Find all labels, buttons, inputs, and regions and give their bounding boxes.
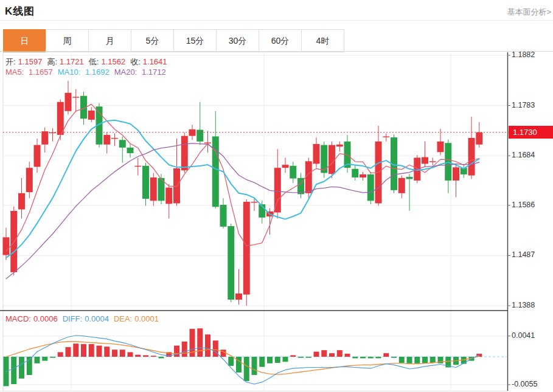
candle-body xyxy=(220,205,227,227)
macd-hist-bar xyxy=(259,357,265,367)
candle-body xyxy=(235,294,242,300)
ma20-line xyxy=(6,143,479,279)
macd-hist-bar xyxy=(89,344,94,357)
macd-hist-bar xyxy=(383,353,389,357)
candle-body xyxy=(41,131,48,145)
chart-canvas[interactable] xyxy=(0,0,553,392)
macd-hist-bar xyxy=(81,344,86,357)
candle-body xyxy=(197,130,203,142)
macd-hist-bar xyxy=(407,357,412,363)
tab-5min[interactable]: 5分 xyxy=(131,29,174,52)
candle-body xyxy=(383,136,389,137)
tab-4hour[interactable]: 4时 xyxy=(301,29,344,52)
macd-hist-bar xyxy=(329,353,335,357)
candle-body xyxy=(251,202,258,202)
macd-hist-bar xyxy=(151,356,156,357)
tab-month[interactable]: 月 xyxy=(88,29,131,52)
macd-hist-bar xyxy=(35,357,40,363)
macd-hist-bar xyxy=(376,357,381,359)
macd-hist-bar xyxy=(135,355,141,357)
candle-body xyxy=(228,226,234,300)
candle-body xyxy=(453,167,459,181)
macd-hist-bar xyxy=(399,357,405,363)
macd-hist-bar xyxy=(244,357,249,381)
candle-body xyxy=(111,138,118,139)
candle-body xyxy=(336,145,343,146)
macd-hist-bar xyxy=(19,357,24,379)
tab-60min[interactable]: 60分 xyxy=(259,29,302,52)
candle-body xyxy=(34,145,41,167)
macd-hist-bar xyxy=(50,357,55,358)
candle-body xyxy=(329,145,335,174)
macd-hist-bar xyxy=(298,357,304,358)
macd-hist-bar xyxy=(422,357,428,363)
macd-hist-bar xyxy=(267,357,273,363)
tab-week[interactable]: 周 xyxy=(46,29,89,52)
candle-body xyxy=(321,145,327,173)
period-tabbar: 日周月5分15分30分60分4时 xyxy=(3,29,344,52)
macd-hist-bar xyxy=(182,342,187,357)
candle-body xyxy=(134,166,141,167)
macd-hist-bar xyxy=(42,357,47,361)
candle-body xyxy=(360,174,366,177)
candle-body xyxy=(282,165,289,168)
macd-hist-bar xyxy=(66,347,71,357)
fundamental-analysis-link[interactable]: 基本面分析> xyxy=(507,7,551,18)
header-divider xyxy=(0,20,553,21)
page-title: K线图 xyxy=(5,4,35,18)
candle-body xyxy=(127,148,134,153)
candle-body xyxy=(430,161,436,162)
candle-body xyxy=(18,193,25,210)
macd-hist-bar xyxy=(73,343,78,357)
ma10-line xyxy=(6,120,479,258)
macd-hist-bar xyxy=(104,346,110,357)
candle-body xyxy=(367,174,374,201)
candle-body xyxy=(165,188,172,204)
candle-body xyxy=(290,166,296,179)
candle-body xyxy=(476,132,482,145)
candle-body xyxy=(212,136,219,207)
macd-hist-bar xyxy=(205,334,210,357)
macd-hist-bar xyxy=(306,357,311,358)
candle-body xyxy=(181,136,188,171)
macd-hist-bar xyxy=(197,328,203,357)
candle-body xyxy=(313,144,320,164)
macd-hist-bar xyxy=(391,357,397,358)
macd-hist-bar xyxy=(352,357,358,359)
macd-hist-bar xyxy=(120,349,125,357)
macd-hist-bar xyxy=(314,352,319,357)
macd-hist-bar xyxy=(321,350,327,357)
candle-body xyxy=(142,166,149,199)
candle-body xyxy=(437,142,444,153)
tab-day[interactable]: 日 xyxy=(3,29,46,52)
candle-body xyxy=(72,97,79,97)
macd-hist-bar xyxy=(430,357,436,363)
macd-hist-bar xyxy=(221,349,226,357)
candle-body xyxy=(3,237,10,255)
macd-hist-bar xyxy=(11,357,16,384)
candle-body xyxy=(352,169,358,177)
macd-hist-bar xyxy=(112,349,117,357)
tab-15min[interactable]: 15分 xyxy=(173,29,217,52)
candle-body xyxy=(103,135,110,145)
candle-body xyxy=(26,168,33,192)
kline-page: K线图 基本面分析> 日周月5分15分30分60分4时 开:1.1597高:1.… xyxy=(0,0,553,392)
macd-hist-bar xyxy=(143,355,148,357)
macd-hist-bar xyxy=(174,346,179,357)
macd-hist-bar xyxy=(368,357,374,359)
candle-body xyxy=(468,138,475,176)
macd-hist-bar xyxy=(345,354,350,357)
macd-hist-bar xyxy=(290,355,296,357)
macd-hist-bar xyxy=(252,357,257,375)
macd-hist-bar xyxy=(97,346,102,357)
macd-hist-bar xyxy=(337,350,343,357)
candle-body xyxy=(88,111,95,120)
tab-30min[interactable]: 30分 xyxy=(216,29,259,52)
candle-body xyxy=(173,168,180,204)
candle-body xyxy=(398,178,405,193)
candle-body xyxy=(65,93,72,111)
candle-body xyxy=(406,177,413,179)
macd-hist-bar xyxy=(360,357,366,359)
candle-body xyxy=(305,161,312,193)
candle-body xyxy=(422,157,428,164)
